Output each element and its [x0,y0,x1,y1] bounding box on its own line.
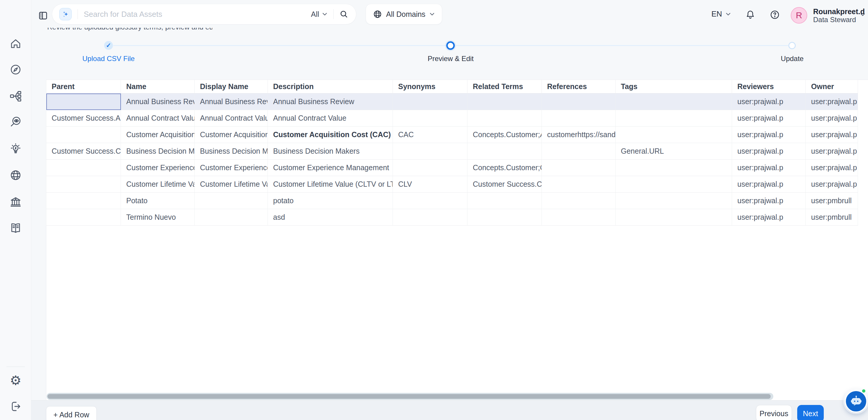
table-cell-r2-owner[interactable]: user:prajwal.p [806,126,858,143]
column-header-reviewers[interactable]: Reviewers [732,80,806,93]
table-cell-r7-parent[interactable] [46,209,121,226]
table-cell-r3-tags[interactable]: General.URL [616,143,732,159]
domains-filter-button[interactable]: All Domains [366,4,442,25]
user-menu-chevron-icon[interactable] [860,13,865,17]
table-cell-r5-related-terms[interactable]: Customer Success.Cu... [467,176,542,192]
table-cell-r4-related-terms[interactable]: Concepts.Customer;C... [467,159,542,176]
table-cell-r0-reviewers[interactable]: user:prajwal.p [732,93,806,110]
table-cell-r3-references[interactable] [542,143,616,159]
table-cell-r1-synonyms[interactable] [393,110,467,126]
search-icon[interactable] [339,10,348,19]
table-cell-r7-display-name[interactable] [195,209,268,226]
column-header-related-terms[interactable]: Related Terms [467,80,542,93]
table-cell-r7-references[interactable] [542,209,616,226]
table-cell-r1-related-terms[interactable] [467,110,542,126]
table-cell-r3-owner[interactable]: user:prajwal.p [806,143,858,159]
table-cell-r3-related-terms[interactable] [467,143,542,159]
table-cell-r0-parent[interactable] [46,93,121,110]
table-cell-r4-references[interactable] [542,159,616,176]
sidebar-item-govern[interactable] [9,196,22,209]
table-cell-r4-name[interactable]: Customer Experience ... [121,159,195,176]
table-cell-r1-owner[interactable]: user:prajwal.p [806,110,858,126]
chatbot-button[interactable] [845,390,867,413]
column-header-description[interactable]: Description [268,80,393,93]
table-cell-r5-tags[interactable] [616,176,732,192]
table-cell-r1-references[interactable] [542,110,616,126]
table-cell-r5-parent[interactable] [46,176,121,192]
table-cell-r6-references[interactable] [542,192,616,209]
global-search-bar[interactable]: Search for Data Assets All [52,4,356,25]
table-cell-r1-reviewers[interactable]: user:prajwal.p [732,110,806,126]
table-cell-r7-reviewers[interactable]: user:prajwal.p [732,209,806,226]
notifications-button[interactable] [745,10,756,20]
table-cell-r6-synonyms[interactable] [393,192,467,209]
table-cell-r1-tags[interactable] [616,110,732,126]
sidebar-item-settings[interactable]: ⚙ [9,374,22,387]
table-cell-r6-owner[interactable]: user:pmbrull [806,192,858,209]
table-cell-r0-name[interactable]: Annual Business Review [121,93,195,110]
table-cell-r5-owner[interactable]: user:prajwal.p [806,176,858,192]
step-label-upload-csv[interactable]: Upload CSV File [70,55,147,63]
column-header-name[interactable]: Name [121,80,195,93]
table-cell-r2-related-terms[interactable]: Concepts.Customer;A... [467,126,542,143]
table-cell-r2-tags[interactable] [616,126,732,143]
horizontal-scrollbar-track[interactable] [46,393,773,400]
table-cell-r5-display-name[interactable]: Customer Lifetime Val... [195,176,268,192]
table-cell-r4-tags[interactable] [616,159,732,176]
table-cell-r2-parent[interactable] [46,126,121,143]
table-cell-r2-synonyms[interactable]: CAC [393,126,467,143]
table-cell-r7-owner[interactable]: user:pmbrull [806,209,858,226]
table-cell-r4-synonyms[interactable] [393,159,467,176]
table-cell-r4-reviewers[interactable]: user:prajwal.p [732,159,806,176]
table-cell-r6-name[interactable]: Potato [121,192,195,209]
table-cell-r0-description[interactable]: Annual Business Review [268,93,393,110]
table-cell-r3-description[interactable]: Business Decision Makers [268,143,393,159]
table-cell-r6-reviewers[interactable]: user:prajwal.p [732,192,806,209]
sidebar-item-logout[interactable] [9,400,22,413]
table-cell-r4-owner[interactable]: user:prajwal.p [806,159,858,176]
search-input[interactable]: Search for Data Assets [84,10,162,19]
sidebar-item-insights[interactable] [9,142,22,155]
table-cell-r2-reviewers[interactable]: user:prajwal.p [732,126,806,143]
table-cell-r2-description[interactable]: Customer Acquisition Cost (CAC) is a ... [268,126,393,143]
table-cell-r1-parent[interactable]: Customer Success.An... [46,110,121,126]
table-cell-r6-display-name[interactable] [195,192,268,209]
table-cell-r3-display-name[interactable]: Business Decision Ma... [195,143,268,159]
table-cell-r7-related-terms[interactable] [467,209,542,226]
table-cell-r1-display-name[interactable]: Annual Contract Value ... [195,110,268,126]
table-cell-r6-tags[interactable] [616,192,732,209]
table-cell-r2-name[interactable]: Customer Acquisition ... [121,126,195,143]
language-selector[interactable]: EN [711,9,731,19]
table-cell-r0-tags[interactable] [616,93,732,110]
table-cell-r3-name[interactable]: Business Decision Ma... [121,143,195,159]
table-cell-r7-synonyms[interactable] [393,209,467,226]
horizontal-scrollbar-thumb[interactable] [48,394,771,399]
table-cell-r2-display-name[interactable]: Customer Acquisition ... [195,126,268,143]
add-row-button[interactable]: + Add Row [46,406,97,420]
next-button[interactable]: Next [797,405,824,420]
help-button[interactable] [770,10,780,20]
sidebar-item-observability[interactable] [9,116,22,129]
table-cell-r1-description[interactable]: Annual Contract Value [268,110,393,126]
table-cell-r6-parent[interactable] [46,192,121,209]
sidebar-item-explore[interactable] [9,63,22,76]
column-header-tags[interactable]: Tags [616,80,732,93]
table-cell-r4-description[interactable]: Customer Experience Management [268,159,393,176]
table-cell-r4-display-name[interactable]: Customer Experience ... [195,159,268,176]
user-menu[interactable]: Rounakpreet.d Data Steward [813,8,865,24]
table-cell-r7-description[interactable]: asd [268,209,393,226]
table-cell-r3-reviewers[interactable]: user:prajwal.p [732,143,806,159]
table-cell-r2-references[interactable]: customerhttps://sandb... [542,126,616,143]
sidebar-item-home[interactable] [9,37,22,50]
column-header-references[interactable]: References [542,80,616,93]
table-cell-r3-parent[interactable]: Customer Success.Cu... [46,143,121,159]
column-header-parent[interactable]: Parent [46,80,121,93]
table-cell-r7-tags[interactable] [616,209,732,226]
ai-search-button[interactable] [59,8,72,20]
table-cell-r0-owner[interactable]: user:prajwal.p [806,93,858,110]
table-cell-r5-description[interactable]: Customer Lifetime Value (CLTV or LTV) i.… [268,176,393,192]
sidebar-toggle-button[interactable] [38,11,48,21]
table-cell-r3-synonyms[interactable] [393,143,467,159]
table-cell-r1-name[interactable]: Annual Contract Value [121,110,195,126]
table-cell-r6-related-terms[interactable] [467,192,542,209]
